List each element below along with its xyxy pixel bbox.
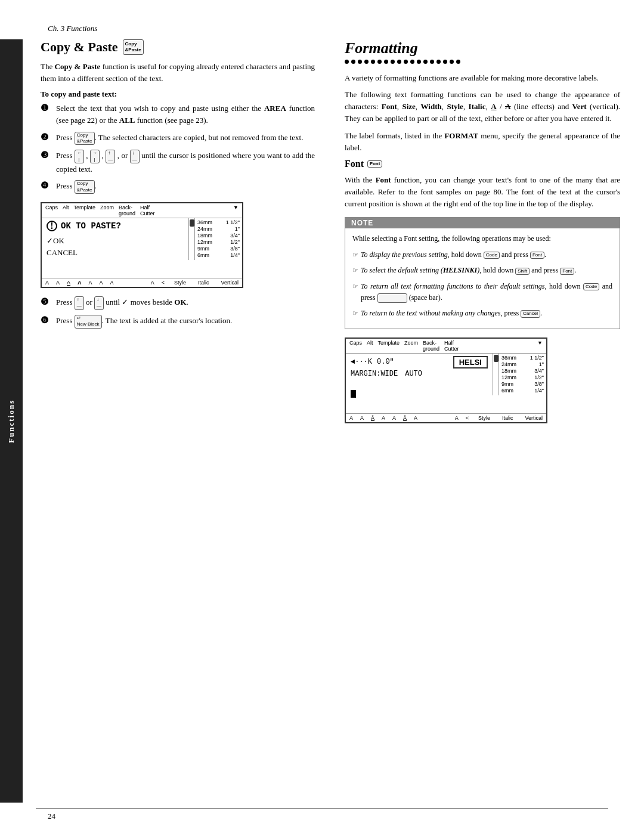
bb-arrow: <	[162, 280, 165, 286]
display-content-2: ◄···K 0.0" HELSI MARGIN:WIDE AUTO	[346, 354, 546, 413]
display-box-1: Caps Alt Template Zoom Back-ground HalfC…	[41, 202, 243, 288]
note-3-spacebar	[377, 293, 407, 303]
label-template: Template	[74, 205, 96, 216]
display-main-1: ! OK TO PASTE? ✓OK CANCEL	[42, 218, 188, 278]
step-1: ❶ Select the text that you wish to copy …	[41, 103, 315, 126]
note-text-2: To select the default setting (HELSINKI)…	[361, 265, 612, 276]
step-2: ❷ Press Copy&Paste. The selected charact…	[41, 132, 315, 145]
bb-a6: A	[100, 280, 103, 286]
helsi-box: HELSI	[453, 356, 488, 368]
bb-italic: Italic	[198, 280, 209, 286]
font-title: Font Font	[345, 159, 620, 169]
size-row-3: 18mm3/4"	[197, 233, 240, 239]
display-top-bar-left-2: Caps Alt Template Zoom Back-ground HalfC…	[349, 340, 459, 352]
size-row-2-1: 36mm1 1/2"	[501, 355, 544, 361]
display-right-panel-1: 36mm1 1/2" 24mm1" 18mm3/4" 12mm1/2" 9mm3…	[188, 218, 242, 278]
step-4-num: ❹	[41, 179, 56, 193]
bb-a2: A	[56, 280, 60, 286]
display-right-inner-1: 36mm1 1/2" 24mm1" 18mm3/4" 12mm1/2" 9mm3…	[188, 218, 242, 260]
step-3-num: ❸	[41, 148, 56, 162]
bb-a7: A	[110, 280, 114, 286]
bb2-space	[425, 415, 448, 421]
text-cursor	[351, 390, 356, 398]
step-3: ❸ Press ← | , → | , ↑— , or ↓— until the…	[41, 150, 315, 175]
note-arrow-4: ☞	[352, 308, 358, 318]
display-top-bar-1: Caps Alt Template Zoom Back-ground HalfC…	[42, 203, 242, 218]
step-3-content: Press ← | , → | , ↑— , or ↓— until the c…	[56, 150, 315, 175]
label-background-2: Back-ground	[423, 340, 439, 352]
step-3-key-right: → |	[90, 150, 100, 163]
bb2-vertical: Vertical	[525, 415, 543, 421]
note-title: NOTE	[345, 218, 620, 228]
bb2-arrow: <	[466, 415, 469, 421]
scrollbar-2	[493, 354, 499, 395]
step-2-num: ❷	[41, 131, 56, 144]
note-item-1: ☞ To display the previous setting, hold …	[352, 249, 612, 261]
bb-a5: A	[89, 280, 92, 286]
step-1-content: Select the text that you wish to copy an…	[56, 103, 315, 126]
left-column: Copy & Paste Copy&Paste The Copy & Paste…	[23, 39, 333, 803]
note-intro: While selecting a Font setting, the foll…	[352, 233, 612, 244]
formatting-title: Formatting	[345, 39, 620, 57]
copy-paste-title-text: Copy & Paste	[41, 39, 118, 55]
bb-a4: A	[78, 280, 82, 286]
label-zoom: Zoom	[100, 205, 114, 216]
page: Ch. 3 Functions Functions Copy & Paste C…	[0, 0, 644, 833]
label-background: Back-ground	[119, 205, 135, 216]
scroll-indicator-1: ▼	[233, 205, 239, 216]
bb2-style: Style	[478, 415, 490, 421]
note-1-key1: Code	[484, 252, 500, 259]
display-content-1: ! OK TO PASTE? ✓OK CANCEL 36mm1 1/2"	[42, 218, 242, 278]
formatting-intro3: The label formats, listed in the FORMAT …	[345, 130, 620, 154]
note-3-key1: Code	[583, 283, 599, 290]
right-column: Formatting A variety of formatting funct…	[333, 39, 644, 803]
display-bottom-bar-1: A A A A A A A A < Style Italic Vertical	[42, 278, 242, 287]
scrollbar-1	[188, 218, 194, 260]
size-row-2-4: 12mm1/2"	[501, 374, 544, 380]
label-alt-2: Alt	[367, 340, 373, 352]
note-1-key2: Font	[530, 252, 544, 259]
display-right-inner-2: 36mm1 1/2" 24mm1" 18mm3/4" 12mm1/2" 9mm3…	[493, 354, 546, 395]
size-row-2-3: 18mm3/4"	[501, 368, 544, 374]
label-alt: Alt	[63, 205, 69, 216]
bb2-a7: A	[414, 415, 417, 421]
step-5-key-up: ↑—	[75, 296, 84, 310]
bb2-a6: Ā	[403, 415, 407, 421]
size-row-2: 24mm1"	[197, 226, 240, 232]
dialog-title-text: OK TO PASTE?	[61, 221, 121, 231]
chapter-header: Ch. 3 Functions	[0, 24, 644, 33]
copy-paste-title: Copy & Paste Copy&Paste	[41, 39, 315, 55]
note-arrow-1: ☞	[352, 250, 358, 260]
step-5-content: Press ↑— or ↓— until ✓ moves beside OK.	[56, 296, 315, 310]
display-top-bar-2: Caps Alt Template Zoom Back-ground HalfC…	[346, 339, 546, 354]
step-6-num: ❻	[41, 314, 56, 327]
page-number: 24	[48, 812, 55, 821]
display-right-panel-2: 36mm1 1/2" 24mm1" 18mm3/4" 12mm1/2" 9mm3…	[493, 354, 546, 413]
size-row-2-6: 6mm1/4"	[501, 388, 544, 394]
dialog-cancel: CANCEL	[47, 248, 184, 258]
size-row-5: 9mm3/8"	[197, 246, 240, 252]
copy-paste-intro: The Copy & Paste function is useful for …	[41, 61, 315, 85]
step-2-key: Copy&Paste	[75, 132, 95, 145]
step-5: ❺ Press ↑— or ↓— until ✓ moves beside OK…	[41, 296, 315, 310]
note-2-key2: Font	[560, 268, 574, 275]
note-text-3: To return all text formatting functions …	[361, 281, 612, 303]
cursor-line	[351, 390, 488, 398]
sidebar-label: Functions	[7, 400, 16, 443]
label-halfcutter: HalfCutter	[140, 205, 155, 216]
bb-style: Style	[174, 280, 186, 286]
step-list: ❶ Select the text that you wish to copy …	[41, 103, 315, 194]
note-text-4: To return to the text without making any…	[361, 308, 612, 319]
note-text-1: To display the previous setting, hold do…	[361, 249, 612, 261]
bottom-rule	[36, 809, 608, 809]
step-1-num: ❶	[41, 101, 56, 115]
margin-wide: MARGIN:WIDE	[351, 370, 398, 378]
note-item-3: ☞ To return all text formatting function…	[352, 281, 612, 303]
step-2-content: Press Copy&Paste. The selected character…	[56, 132, 315, 145]
bb-a1: A	[45, 280, 49, 286]
scroll-indicator-2: ▼	[537, 340, 543, 352]
size-panel-2: 36mm1 1/2" 24mm1" 18mm3/4" 12mm1/2" 9mm3…	[499, 354, 546, 395]
bb2-a3: Ā	[371, 415, 374, 421]
bb2-italic: Italic	[502, 415, 513, 421]
note-item-2: ☞ To select the default setting (HELSINK…	[352, 265, 612, 276]
